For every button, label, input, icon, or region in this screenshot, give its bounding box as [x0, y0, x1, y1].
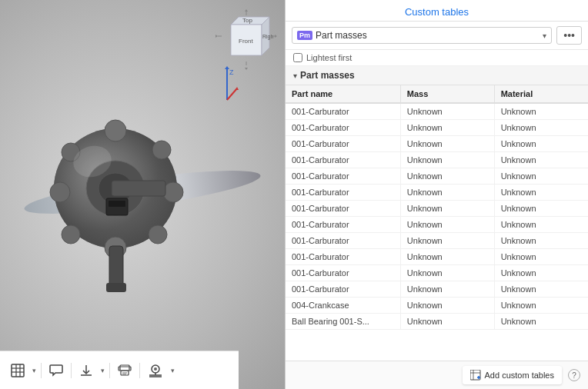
- checkbox-label: Lightest first: [306, 53, 352, 62]
- lightest-first-checkbox[interactable]: [293, 53, 302, 62]
- svg-rect-34: [109, 201, 125, 207]
- table-row[interactable]: 001-Carburator Unknown Unknown: [286, 265, 588, 281]
- cell-part: 001-Carburator: [286, 103, 400, 120]
- download-icon: [79, 364, 93, 377]
- svg-point-25: [149, 225, 167, 244]
- table-row[interactable]: 001-Carburator Unknown Unknown: [286, 217, 588, 233]
- table-row[interactable]: 001-Carburator Unknown Unknown: [286, 233, 588, 249]
- svg-rect-35: [109, 246, 123, 288]
- dropdown-chevron: ▾: [543, 32, 546, 40]
- viewport-panel: Top Front Righ Z: [0, 0, 285, 389]
- table-toolbar-button[interactable]: [6, 358, 29, 383]
- 3d-model: [15, 38, 269, 331]
- svg-point-22: [105, 120, 126, 141]
- cell-mass: Unknown: [400, 233, 494, 249]
- stamp-icon: [148, 364, 163, 377]
- svg-point-23: [152, 141, 171, 159]
- cell-material: Unknown: [494, 265, 588, 281]
- add-custom-tables-button[interactable]: Add custom tables: [463, 366, 563, 384]
- cell-part: 001-Carburator: [286, 152, 400, 168]
- table-row[interactable]: 001-Carburator Unknown Unknown: [286, 249, 588, 265]
- svg-rect-32: [112, 181, 165, 196]
- table-row[interactable]: 001-Carburator Unknown Unknown: [286, 152, 588, 168]
- svg-rect-45: [120, 365, 129, 371]
- col-header-mass: Mass: [400, 85, 494, 103]
- help-button[interactable]: ?: [568, 369, 580, 381]
- help-icon-label: ?: [572, 371, 576, 380]
- divider-3: [109, 363, 110, 378]
- svg-marker-13: [215, 35, 218, 38]
- more-options-button[interactable]: •••: [556, 26, 582, 45]
- parts-table: Part name Mass Material 001-Carburator U…: [286, 85, 588, 330]
- cell-material: Unknown: [494, 185, 588, 201]
- download-toolbar-button[interactable]: [75, 358, 98, 383]
- svg-text:Top: Top: [242, 17, 252, 24]
- cell-material: Unknown: [494, 103, 588, 120]
- stamp-dropdown-arrow[interactable]: ▾: [169, 365, 176, 376]
- svg-point-53: [154, 367, 157, 371]
- add-table-icon: [470, 370, 481, 381]
- cell-mass: Unknown: [400, 201, 494, 217]
- cell-mass: Unknown: [400, 217, 494, 233]
- cell-material: Unknown: [494, 201, 588, 217]
- comment-icon: [49, 364, 63, 377]
- viewport-background: Top Front Righ Z: [0, 0, 285, 389]
- cell-mass: Unknown: [400, 168, 494, 185]
- table-type-dropdown[interactable]: Pm Part masses ▾: [292, 27, 552, 44]
- table-icon: [11, 364, 25, 377]
- section-header[interactable]: ▾ Part masses: [286, 66, 588, 85]
- comment-toolbar-button[interactable]: [45, 358, 68, 383]
- table-row[interactable]: 001-Carburator Unknown Unknown: [286, 120, 588, 136]
- table-row[interactable]: 001-Carburator Unknown Unknown: [286, 281, 588, 298]
- table-container[interactable]: Part name Mass Material 001-Carburator U…: [286, 85, 588, 361]
- cell-mass: Unknown: [400, 249, 494, 265]
- print-toolbar-button[interactable]: [113, 358, 136, 383]
- svg-point-28: [50, 182, 70, 202]
- table-row[interactable]: 001-Carburator Unknown Unknown: [286, 168, 588, 185]
- table-row[interactable]: 001-Carburator Unknown Unknown: [286, 185, 588, 201]
- cell-material: Unknown: [494, 298, 588, 314]
- cell-part: 004-Crankcase: [286, 298, 400, 314]
- table-row[interactable]: 001-Carburator Unknown Unknown: [286, 103, 588, 120]
- table-row[interactable]: 001-Carburator Unknown Unknown: [286, 201, 588, 217]
- svg-rect-38: [12, 364, 24, 377]
- divider-1: [41, 363, 42, 378]
- panel-footer: Add custom tables ?: [286, 361, 588, 389]
- cell-part: 001-Carburator: [286, 136, 400, 152]
- cell-mass: Unknown: [400, 136, 494, 152]
- table-header: Part name Mass Material: [286, 85, 588, 103]
- cell-part: 001-Carburator: [286, 168, 400, 185]
- cell-mass: Unknown: [400, 152, 494, 168]
- add-button-label: Add custom tables: [485, 371, 555, 380]
- panel-toolbar: Pm Part masses ▾ •••: [286, 22, 588, 50]
- svg-rect-36: [106, 283, 126, 292]
- table-row[interactable]: 001-Carburator Unknown Unknown: [286, 136, 588, 152]
- cell-material: Unknown: [494, 120, 588, 136]
- print-icon: [118, 364, 132, 377]
- col-header-material: Material: [494, 85, 588, 103]
- cell-mass: Unknown: [400, 298, 494, 314]
- cell-mass: Unknown: [400, 314, 494, 330]
- table-row[interactable]: Ball Bearing 001-S... Unknown Unknown: [286, 314, 588, 330]
- svg-point-27: [62, 225, 80, 244]
- cell-part: Ball Bearing 001-S...: [286, 314, 400, 330]
- panel-title: Custom tables: [405, 6, 469, 18]
- table-row[interactable]: 004-Crankcase Unknown Unknown: [286, 298, 588, 314]
- cell-mass: Unknown: [400, 265, 494, 281]
- cell-part: 001-Carburator: [286, 217, 400, 233]
- checkbox-row: Lightest first: [286, 50, 588, 66]
- download-dropdown-arrow[interactable]: ▾: [99, 365, 106, 376]
- panel-header: Custom tables: [286, 0, 588, 22]
- cell-mass: Unknown: [400, 185, 494, 201]
- cell-mass: Unknown: [400, 120, 494, 136]
- cell-part: 001-Carburator: [286, 120, 400, 136]
- cell-mass: Unknown: [400, 103, 494, 120]
- svg-point-24: [163, 182, 183, 202]
- table-dropdown-arrow[interactable]: ▾: [31, 365, 38, 376]
- model-svg: [15, 38, 269, 323]
- stamp-toolbar-button[interactable]: [143, 358, 168, 383]
- cell-material: Unknown: [494, 168, 588, 185]
- table-body: 001-Carburator Unknown Unknown 001-Carbu…: [286, 103, 588, 330]
- col-header-part: Part name: [286, 85, 400, 103]
- cell-part: 001-Carburator: [286, 281, 400, 298]
